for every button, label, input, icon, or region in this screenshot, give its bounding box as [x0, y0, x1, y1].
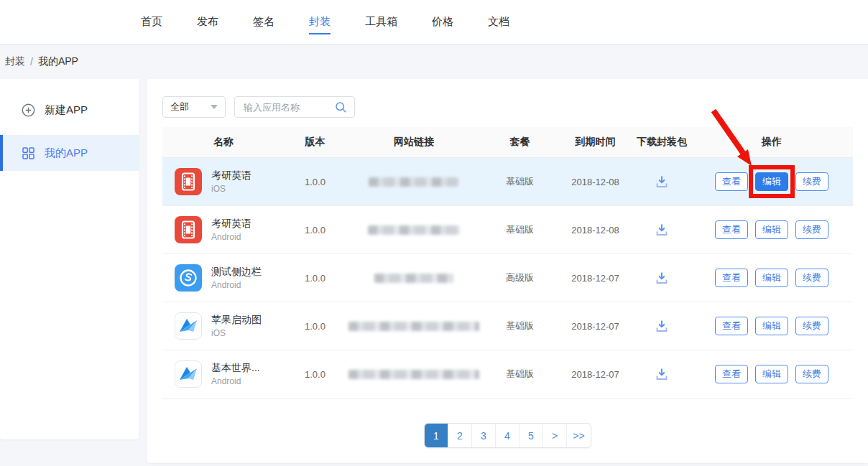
app-platform: Android	[211, 232, 251, 242]
nav-item-6[interactable]: 文档	[488, 0, 509, 44]
edit-button[interactable]: 编辑	[755, 317, 788, 335]
download-icon[interactable]	[654, 318, 670, 334]
sidebar-item-label: 我的APP	[45, 146, 88, 160]
top-nav: 首页发布签名封装工具箱价格文档	[0, 0, 868, 45]
edit-button[interactable]: 编辑	[755, 172, 788, 191]
table-row: 苹果启动图 iOS 1.0.0 基础版 2018-12-07 查看 编辑 续费	[162, 302, 853, 350]
column-header-4: 到期时间	[558, 136, 633, 149]
renew-button[interactable]: 续费	[795, 220, 828, 239]
table-row: 基本世界... Android 1.0.0 基础版 2018-12-07 查看 …	[162, 350, 853, 399]
app-platform: iOS	[211, 184, 251, 194]
page-button-3[interactable]: 3	[472, 424, 496, 447]
nav-item-3[interactable]: 封装	[309, 0, 331, 44]
app-version: 1.0.0	[285, 321, 346, 332]
masked-url	[348, 370, 479, 379]
app-version: 1.0.0	[285, 273, 346, 284]
app-version: 1.0.0	[285, 369, 346, 380]
column-header-2: 网站链接	[346, 136, 482, 149]
breadcrumb-separator: /	[30, 56, 33, 67]
column-header-5: 下载封装包	[633, 136, 691, 149]
table-row: 考研英语 Android 1.0.0 基础版 2018-12-08 查看 编辑 …	[162, 206, 853, 254]
expiry-date: 2018-12-07	[558, 369, 633, 380]
plus-circle-icon	[22, 103, 35, 117]
app-name: 测试侧边栏	[211, 266, 262, 279]
grid-icon	[22, 146, 35, 160]
plan-badge: 基础版	[482, 320, 558, 332]
sidebar-item-my-app[interactable]: 我的APP	[0, 135, 139, 171]
expiry-date: 2018-12-07	[558, 321, 633, 332]
download-icon[interactable]	[654, 222, 670, 238]
table-header-row: 名称版本网站链接套餐到期时间下载封装包操作	[162, 127, 853, 158]
category-select[interactable]: 全部	[162, 96, 226, 118]
expiry-date: 2018-12-08	[558, 177, 633, 187]
nav-item-5[interactable]: 价格	[432, 0, 453, 44]
nav-item-2[interactable]: 签名	[253, 0, 274, 44]
renew-button[interactable]: 续费	[795, 172, 828, 191]
page-button-5[interactable]: 5	[520, 424, 543, 447]
view-button[interactable]: 查看	[715, 365, 748, 383]
plan-badge: 高级版	[482, 271, 558, 284]
view-button[interactable]: 查看	[715, 220, 748, 239]
edit-button[interactable]: 编辑	[755, 269, 788, 287]
nav-item-0[interactable]: 首页	[141, 0, 162, 44]
bird-blue-app-icon	[175, 312, 202, 340]
film-red-app-icon	[175, 216, 202, 243]
app-name: 苹果启动图	[211, 314, 262, 327]
search-box	[234, 96, 355, 118]
category-select-value: 全部	[170, 101, 189, 113]
breadcrumb: 封装 / 我的APP	[0, 45, 868, 79]
app-name: 基本世界...	[211, 362, 260, 375]
app-platform: Android	[211, 376, 260, 386]
sidebar-item-label: 新建APP	[45, 103, 88, 117]
download-icon[interactable]	[654, 174, 670, 190]
breadcrumb-current-page: 我的APP	[38, 55, 78, 68]
view-button[interactable]: 查看	[715, 269, 748, 287]
edit-button[interactable]: 编辑	[755, 220, 788, 239]
download-icon[interactable]	[654, 270, 670, 286]
film-red-app-icon	[175, 168, 202, 195]
renew-button[interactable]: 续费	[795, 317, 828, 335]
masked-url	[369, 177, 459, 187]
last-page-button[interactable]: >>	[567, 424, 591, 447]
chevron-down-icon	[211, 105, 218, 109]
page-button-2[interactable]: 2	[448, 424, 472, 447]
plan-badge: 基础版	[482, 175, 558, 188]
expiry-date: 2018-12-07	[558, 273, 633, 284]
nav-item-1[interactable]: 发布	[197, 0, 218, 44]
table-body: 考研英语 iOS 1.0.0 基础版 2018-12-08 查看 编辑 续费 考…	[162, 158, 853, 399]
plan-badge: 基础版	[482, 223, 558, 236]
app-version: 1.0.0	[285, 177, 346, 187]
plan-badge: 基础版	[482, 368, 558, 381]
app-platform: iOS	[211, 328, 262, 338]
s-blue-app-icon	[175, 264, 202, 292]
page-button-1[interactable]: 1	[425, 424, 448, 447]
breadcrumb-section[interactable]: 封装	[5, 55, 25, 68]
renew-button[interactable]: 续费	[795, 365, 828, 383]
bird-blue-app-icon	[175, 360, 202, 388]
app-name: 考研英语	[211, 169, 251, 182]
page-button-4[interactable]: 4	[496, 424, 520, 447]
sidebar-item-new-app[interactable]: 新建APP	[0, 92, 139, 128]
column-header-0: 名称	[162, 136, 285, 149]
renew-button[interactable]: 续费	[795, 269, 828, 287]
masked-url	[368, 225, 460, 235]
next-page-button[interactable]: >	[543, 424, 567, 447]
table-row: 考研英语 iOS 1.0.0 基础版 2018-12-08 查看 编辑 续费	[162, 158, 853, 206]
expiry-date: 2018-12-08	[558, 225, 633, 236]
sidebar: 新建APP 我的APP	[0, 79, 139, 439]
app-version: 1.0.0	[285, 225, 346, 236]
edit-button[interactable]: 编辑	[755, 365, 788, 383]
view-button[interactable]: 查看	[715, 317, 748, 335]
masked-url	[348, 322, 479, 331]
search-icon[interactable]	[335, 101, 347, 113]
main-panel: 全部 名称版本网站链接套餐到期时间下载封装包操作 考研英语 iOS 1.0.0 …	[147, 79, 868, 463]
pagination: 12345>>>	[162, 423, 853, 448]
search-input[interactable]	[242, 101, 331, 113]
masked-url	[374, 274, 453, 283]
nav-item-4[interactable]: 工具箱	[365, 0, 397, 44]
column-header-6: 操作	[691, 136, 853, 149]
column-header-1: 版本	[285, 136, 346, 149]
app-platform: Android	[211, 280, 262, 290]
download-icon[interactable]	[654, 366, 670, 382]
view-button[interactable]: 查看	[715, 172, 748, 191]
